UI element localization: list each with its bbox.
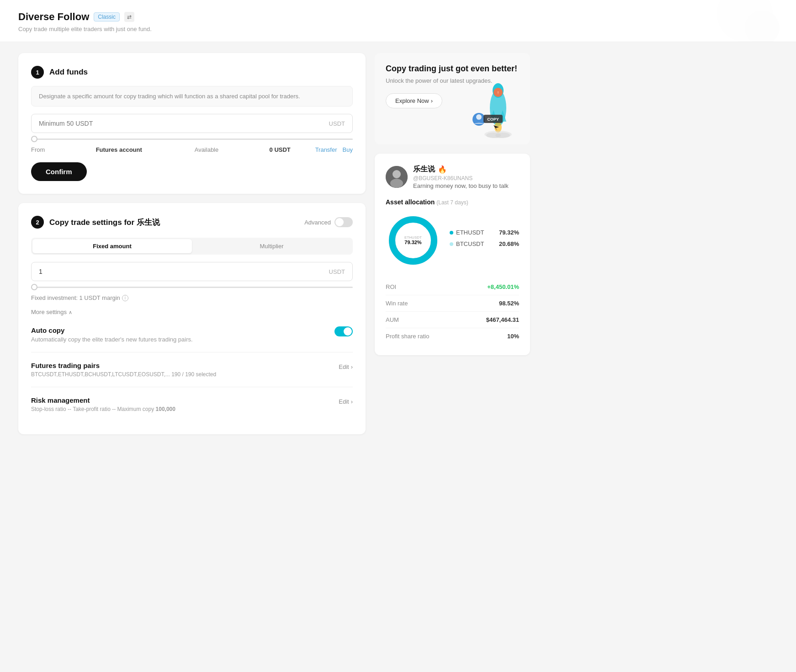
copy-amount-input-row[interactable]: USDT xyxy=(31,262,353,281)
transfer-link[interactable]: Transfer xyxy=(315,146,337,153)
chevron-right-icon: › xyxy=(351,363,353,370)
svg-point-16 xyxy=(495,133,510,138)
page-title: Diverse Follow xyxy=(18,11,89,23)
trader-badge-icon: 🔥 xyxy=(438,165,447,174)
tab-fixed-amount[interactable]: Fixed amount xyxy=(32,239,192,253)
svg-text:79.32%: 79.32% xyxy=(404,240,422,245)
legend-btc-left: BTCUSDT xyxy=(450,240,484,247)
trader-header: 乐生说 🔥 @BGUSER-K86UNANS Earning money now… xyxy=(386,165,519,189)
step1-header: 1 Add funds xyxy=(31,66,353,79)
futures-pairs-title: Futures trading pairs xyxy=(31,362,216,369)
legend-item-eth: ETHUSDT 79.32% xyxy=(450,229,519,236)
step2-number: 2 xyxy=(31,216,44,229)
donut-chart-container: ETHUSDT 79.32% ETHUSDT 79.32% xyxy=(386,213,519,268)
auto-copy-desc: Automatically copy the elite trader's ne… xyxy=(31,336,193,343)
amount-input-row[interactable]: USDT xyxy=(31,114,353,133)
roi-label: ROI xyxy=(386,283,396,290)
available-value: 0 USDT xyxy=(270,146,291,153)
trader-name: 乐生说 🔥 xyxy=(413,165,509,174)
trader-info: 乐生说 🔥 @BGUSER-K86UNANS Earning money now… xyxy=(413,165,509,189)
legend-btc-dot xyxy=(450,242,453,246)
svg-point-18 xyxy=(393,170,401,178)
asset-allocation-section: Asset allocation (Last 7 days) xyxy=(386,198,519,344)
right-column: Copy trading just got even better! Unloc… xyxy=(375,53,530,434)
svg-text:↑: ↑ xyxy=(497,90,499,95)
info-icon[interactable]: i xyxy=(122,295,128,301)
advanced-toggle[interactable] xyxy=(334,217,353,227)
explore-button[interactable]: Explore Now › xyxy=(386,93,442,108)
donut-chart: ETHUSDT 79.32% xyxy=(386,213,440,268)
amount-type-switcher: Fixed amount Multiplier xyxy=(31,238,353,255)
amount-slider[interactable] xyxy=(31,139,353,140)
fixed-invest-label: Fixed investment: 1 USDT margin xyxy=(31,294,120,301)
legend-eth-pct: 79.32% xyxy=(499,229,519,236)
available-label: Available xyxy=(195,146,219,153)
risk-edit-label: Edit xyxy=(339,398,349,405)
main-layout: 1 Add funds Designate a specific amount … xyxy=(0,42,548,445)
copy-trade-settings-card: 2 Copy trade settings for 乐生说 Advanced F… xyxy=(18,203,366,434)
page-subtitle: Copy trade multiple elite traders with j… xyxy=(18,26,778,32)
asset-period: (Last 7 days) xyxy=(436,199,468,206)
risk-edit[interactable]: Edit › xyxy=(339,398,353,405)
classic-badge: Classic xyxy=(94,12,120,21)
svg-text:COPY: COPY xyxy=(487,117,499,122)
svg-point-10 xyxy=(476,114,482,120)
step1-number: 1 xyxy=(31,66,44,79)
stats-aum: AUM $467,464.31 xyxy=(386,312,519,328)
asset-title: Asset allocation (Last 7 days) xyxy=(386,198,519,206)
stats-profit-share: Profit share ratio 10% xyxy=(386,328,519,344)
settings-header: 2 Copy trade settings for 乐生说 Advanced xyxy=(31,216,353,229)
auto-copy-toggle-knob xyxy=(344,327,352,336)
winrate-value: 98.52% xyxy=(499,300,519,307)
step1-info: Designate a specific amount for copy tra… xyxy=(31,86,353,107)
risk-max: 100,000 xyxy=(156,406,175,412)
auto-copy-content: Auto copy Automatically copy the elite t… xyxy=(31,326,193,343)
aum-label: AUM xyxy=(386,316,399,323)
tab-multiplier[interactable]: Multiplier xyxy=(192,239,351,253)
stats-table: ROI +8,450.01% Win rate 98.52% AUM $467,… xyxy=(386,279,519,344)
legend-btc-name: BTCUSDT xyxy=(456,240,484,247)
trader-handle: @BGUSER-K86UNANS xyxy=(413,175,509,181)
profit-share-label: Profit share ratio xyxy=(386,333,429,340)
auto-copy-title: Auto copy xyxy=(31,326,193,334)
futures-pairs-edit[interactable]: Edit › xyxy=(339,363,353,370)
copy-slider-track xyxy=(31,287,353,288)
step1-title: Add funds xyxy=(49,68,88,77)
account-links: Transfer Buy xyxy=(315,146,353,153)
aum-value: $467,464.31 xyxy=(486,316,519,323)
copy-amount-input[interactable] xyxy=(39,268,329,275)
swap-icon[interactable]: ⇄ xyxy=(124,12,134,22)
settings-header-left: 2 Copy trade settings for 乐生说 xyxy=(31,216,160,229)
svg-point-19 xyxy=(390,179,403,188)
amount-suffix: USDT xyxy=(329,120,345,127)
risk-management-section: Risk management Stop-loss ratio -- Take-… xyxy=(31,396,353,421)
explore-label: Explore Now xyxy=(395,97,429,104)
more-settings-toggle[interactable]: More settings xyxy=(31,309,353,315)
slider-thumb[interactable] xyxy=(31,136,37,142)
promo-card: Copy trading just got even better! Unloc… xyxy=(375,53,530,144)
futures-pairs-content: Futures trading pairs BTCUSDT,ETHUSDT,BC… xyxy=(31,362,216,378)
copy-amount-slider[interactable] xyxy=(31,287,353,288)
left-column: 1 Add funds Designate a specific amount … xyxy=(18,53,366,434)
svg-text:ETHUSDT: ETHUSDT xyxy=(404,235,422,240)
step2-title: Copy trade settings for 乐生说 xyxy=(49,217,160,228)
chevron-up-icon xyxy=(69,309,72,315)
trader-bio: Earning money now, too busy to talk xyxy=(413,182,509,189)
profit-share-value: 10% xyxy=(507,333,519,340)
stats-roi: ROI +8,450.01% xyxy=(386,279,519,295)
buy-link[interactable]: Buy xyxy=(343,146,353,153)
explore-chevron-icon: › xyxy=(431,97,433,104)
legend-eth-name: ETHUSDT xyxy=(456,229,484,236)
advanced-label: Advanced xyxy=(304,219,331,226)
futures-pairs-section: Futures trading pairs BTCUSDT,ETHUSDT,BC… xyxy=(31,362,353,387)
amount-input[interactable] xyxy=(39,120,329,127)
asset-legend: ETHUSDT 79.32% BTCUSDT 20.68% xyxy=(450,229,519,252)
copy-amount-suffix: USDT xyxy=(329,268,345,275)
copy-slider-thumb[interactable] xyxy=(31,284,37,290)
toggle-knob xyxy=(335,218,344,226)
from-label: From xyxy=(31,146,45,153)
account-name: Futures account xyxy=(96,146,142,153)
auto-copy-toggle[interactable] xyxy=(334,326,353,336)
legend-btc-pct: 20.68% xyxy=(499,240,519,247)
confirm-button[interactable]: Confirm xyxy=(31,162,87,181)
